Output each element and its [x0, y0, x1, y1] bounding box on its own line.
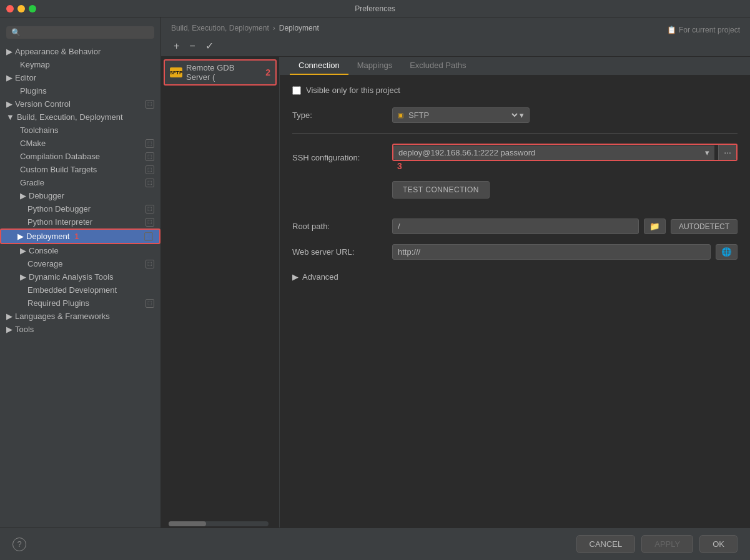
close-button[interactable]	[6, 5, 14, 12]
remove-server-button[interactable]: −	[187, 40, 197, 52]
tabs-bar: Connection Mappings Excluded Paths	[280, 57, 750, 76]
sidebar-item-gradle[interactable]: Gradle ⬚	[0, 176, 160, 189]
confirm-button[interactable]: ✓	[203, 40, 216, 52]
minimize-button[interactable]	[17, 5, 25, 12]
sidebar-item-debugger[interactable]: ▶ Debugger	[0, 189, 160, 202]
sidebar-item-compilation-db[interactable]: Compilation Database ⬚	[0, 150, 160, 163]
sidebar-item-python-debugger[interactable]: Python Debugger ⬚	[0, 202, 160, 215]
content-header: Build, Execution, Deployment › Deploymen…	[161, 17, 750, 57]
visible-only-row: Visible only for this project	[292, 86, 738, 95]
sidebar-item-editor[interactable]: ▶ Editor	[0, 71, 160, 84]
sidebar-item-dynamic-analysis[interactable]: ▶ Dynamic Analysis Tools	[0, 270, 160, 283]
sidebar-item-custom-build-targets[interactable]: Custom Build Targets ⬚	[0, 163, 160, 176]
expand-arrow-icon: ▶	[20, 246, 26, 255]
copy-icon: ⬚	[146, 299, 154, 308]
help-button[interactable]: ?	[12, 538, 26, 551]
ssh-config-control: deploy@192.168.56.1:2222 password ▾ ··· …	[392, 144, 738, 171]
expand-arrow-icon: ▶	[6, 312, 12, 321]
visible-only-checkbox[interactable]	[292, 86, 301, 95]
add-server-button[interactable]: +	[171, 40, 182, 52]
for-current-project[interactable]: 📋 For current project	[667, 26, 740, 34]
folder-button[interactable]: 📁	[644, 219, 666, 234]
sidebar-item-plugins[interactable]: Plugins	[0, 84, 160, 97]
test-connection-row: TEST CONNECTION	[292, 181, 738, 209]
sidebar-item-tools[interactable]: ▶ Tools	[0, 323, 160, 336]
expand-arrow-icon: ▶	[6, 325, 12, 334]
sidebar-item-coverage[interactable]: Coverage ⬚	[0, 257, 160, 270]
copy-icon: ⬚	[144, 232, 153, 241]
sidebar-item-toolchains[interactable]: Toolchains	[0, 124, 160, 137]
bottom-bar: ? CANCEL APPLY OK	[0, 528, 750, 560]
root-path-input[interactable]	[392, 219, 639, 234]
maximize-button[interactable]	[29, 5, 36, 12]
type-select[interactable]: SFTP	[406, 110, 520, 120]
copy-icon: ⬚	[146, 260, 154, 268]
sidebar-item-languages-frameworks[interactable]: ▶ Languages & Frameworks	[0, 310, 160, 323]
sidebar-item-required-plugins[interactable]: Required Plugins ⬚	[0, 297, 160, 310]
web-server-wrapper: 🌐	[392, 244, 738, 260]
title-bar: Preferences	[0, 0, 750, 17]
web-server-input[interactable]	[392, 244, 711, 260]
tab-excluded-paths[interactable]: Excluded Paths	[401, 57, 475, 75]
tab-mappings[interactable]: Mappings	[348, 57, 401, 75]
type-row: Type: ▣ SFTP ▾	[292, 107, 738, 123]
type-control: ▣ SFTP ▾	[392, 107, 738, 123]
server-toolbar: + − ✓	[171, 36, 740, 56]
project-icon: 📋	[667, 26, 676, 34]
type-label: Type:	[292, 111, 392, 120]
copy-icon: ⬚	[146, 152, 154, 161]
ssh-config-dropdown[interactable]: deploy@192.168.56.1:2222 password ▾	[393, 145, 714, 160]
globe-button[interactable]: 🌐	[716, 244, 738, 260]
split-content: SFTP Remote GDB Server ( 2 Connection Ma	[161, 57, 750, 528]
root-path-wrapper: 📁 AUTODETECT	[392, 219, 738, 234]
sidebar-item-python-interpreter[interactable]: Python Interpreter ⬚	[0, 215, 160, 228]
server-entry[interactable]: SFTP Remote GDB Server ( 2	[164, 59, 277, 86]
apply-button[interactable]: APPLY	[641, 535, 693, 553]
sidebar-item-embedded-dev[interactable]: Embedded Development	[0, 283, 160, 297]
separator	[292, 133, 738, 134]
root-path-label: Root path:	[292, 222, 392, 231]
ssh-config-more-button[interactable]: ···	[718, 145, 736, 160]
copy-icon: ⬚	[146, 100, 154, 109]
content-area: Build, Execution, Deployment › Deploymen…	[161, 17, 750, 528]
copy-icon: ⬚	[146, 205, 154, 214]
expand-arrow-icon: ▶	[20, 272, 26, 282]
root-path-row: Root path: 📁 AUTODETECT	[292, 219, 738, 234]
dropdown-chevron-icon: ▾	[705, 148, 709, 157]
bottom-bar-left: ?	[12, 538, 26, 551]
copy-icon: ⬚	[146, 179, 154, 187]
sidebar-item-deployment[interactable]: ▶ Deployment 1 ⬚	[0, 228, 160, 244]
expand-arrow-icon: ▶	[20, 191, 26, 200]
advanced-row[interactable]: ▶ Advanced	[292, 270, 738, 284]
copy-icon: ⬚	[146, 218, 154, 227]
sidebar-item-console[interactable]: ▶ Console	[0, 244, 160, 257]
dropdown-arrow-icon: ▾	[520, 111, 524, 120]
sidebar: ▶ Appearance & Behavior Keymap ▶ Editor …	[0, 17, 161, 528]
ssh-config-wrapper: deploy@192.168.56.1:2222 password ▾ ···	[392, 144, 738, 161]
search-bar[interactable]	[0, 22, 160, 42]
expand-arrow-icon: ▶	[17, 232, 24, 241]
horizontal-scrollbar[interactable]	[162, 520, 275, 528]
test-connection-button[interactable]: TEST CONNECTION	[392, 181, 490, 199]
sidebar-item-keymap[interactable]: Keymap	[0, 58, 160, 71]
autodetect-button[interactable]: AUTODETECT	[671, 219, 738, 234]
type-select-wrapper[interactable]: ▣ SFTP ▾	[392, 107, 530, 123]
sidebar-item-cmake[interactable]: CMake ⬚	[0, 137, 160, 150]
sidebar-item-build-exec-deploy[interactable]: ▼ Build, Execution, Deployment	[0, 111, 160, 124]
cancel-button[interactable]: CANCEL	[576, 535, 636, 553]
search-input[interactable]	[6, 26, 154, 39]
sidebar-item-version-control[interactable]: ▶ Version Control ⬚	[0, 97, 160, 111]
web-server-row: Web server URL: 🌐	[292, 244, 738, 260]
web-server-label: Web server URL:	[292, 247, 392, 257]
annotation-2: 2	[265, 67, 270, 77]
expand-arrow-icon: ▶	[6, 47, 12, 56]
copy-icon: ⬚	[146, 165, 154, 174]
ok-button[interactable]: OK	[699, 535, 738, 553]
annotation-1: 1	[74, 232, 79, 241]
sftp-type-icon: ▣	[398, 112, 403, 119]
tab-connection[interactable]: Connection	[290, 57, 348, 75]
sidebar-item-appearance-behavior[interactable]: ▶ Appearance & Behavior	[0, 45, 160, 58]
server-panel: SFTP Remote GDB Server ( 2	[161, 57, 280, 528]
annotation-3: 3	[397, 161, 402, 171]
expand-arrow-icon: ▶	[6, 73, 12, 82]
